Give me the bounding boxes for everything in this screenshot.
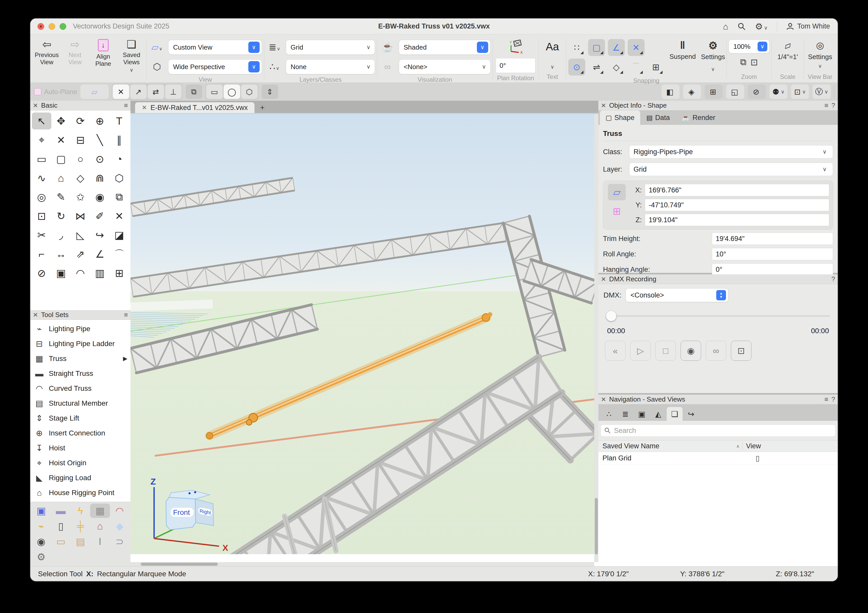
loop-button[interactable]: ∞ [706, 341, 726, 361]
hide-details-icon[interactable]: ⊘ [748, 85, 766, 99]
classes-icon[interactable]: ∴∨ [266, 61, 283, 72]
z-coordinate-input[interactable]: 19'9.104" [645, 214, 829, 226]
property-input[interactable]: 19'4.694" [712, 233, 833, 245]
tool-rigging-load[interactable]: ◣ Rigging Load [30, 470, 130, 485]
extract-tool-icon[interactable]: ⊟ [71, 132, 90, 149]
snap-smart-edge-icon[interactable]: ⇌ [588, 59, 605, 76]
tool-lighting-pipe[interactable]: ⌁ Lighting Pipe [30, 321, 130, 336]
working-plane-grid-icon[interactable]: ⊞ [705, 85, 723, 99]
tool-stage-lift[interactable]: ⇕ Stage Lift [30, 411, 130, 426]
next-view-button[interactable]: ⇨Next View [62, 39, 88, 65]
new-tab-button[interactable]: + [260, 103, 265, 113]
property-input[interactable]: 0° [712, 263, 833, 276]
cat-steel-beam-icon[interactable]: Ⅰ [90, 534, 110, 549]
rotate-tool-icon[interactable]: ↻ [51, 208, 71, 225]
column-header-view[interactable]: View [742, 442, 773, 450]
offset-tool-icon[interactable]: ↪ [90, 227, 110, 244]
y-coordinate-input[interactable]: -47'10.749" [645, 199, 829, 211]
annotation-icon[interactable]: ◱ [726, 85, 744, 99]
saved-views-search-input[interactable]: Search [600, 424, 835, 437]
nav-tab-classes[interactable]: ≣ [617, 407, 633, 421]
plane-mode-button[interactable]: ▱ [81, 85, 108, 99]
chamfer-tool-icon[interactable]: ◺ [71, 227, 90, 244]
tape-measure-tool-icon[interactable]: ▣ [51, 265, 71, 282]
column-header-name[interactable]: Saved View Name∧ [598, 442, 742, 450]
protractor-tool-icon[interactable]: ◠ [71, 265, 90, 282]
cat-house-icon[interactable]: ⌂ [90, 519, 110, 533]
snap-planar-icon[interactable]: ◇ [608, 59, 625, 76]
attribute-mapping-tool-icon[interactable]: ✩ [71, 189, 90, 206]
auto-plane-toggle[interactable]: Auto-Plane [34, 88, 77, 96]
show-panel-icon[interactable]: ◧ [662, 85, 679, 99]
help-icon[interactable]: ? [832, 275, 835, 283]
help-icon[interactable]: ? [832, 101, 835, 109]
rewind-button[interactable]: « [605, 341, 626, 361]
active-layer-select[interactable]: Grid∨ [286, 40, 375, 55]
data-tag-tool-icon[interactable]: ▥ [90, 265, 110, 282]
x-coordinate-input[interactable]: 169'6.766" [645, 184, 829, 196]
regular-polygon-tool-icon[interactable]: ⬡ [109, 169, 129, 186]
arc-tool-icon[interactable]: ◔ [109, 151, 129, 168]
dmx-console-select[interactable]: <Console>▲▼ [626, 288, 728, 302]
class-select[interactable]: Rigging-Pipes-Pipe∨ [629, 145, 833, 158]
arc-dim-tool-icon[interactable]: ⌒ [109, 245, 129, 262]
saved-view-row[interactable]: Plan Grid ▯ [598, 452, 838, 465]
snap-tangent-icon[interactable]: ⌒ [628, 59, 645, 76]
disable-constraints-mode-icon[interactable]: ✕ [113, 85, 129, 99]
help-icon[interactable]: ? [832, 396, 835, 403]
fillet-tool-icon[interactable]: ◞ [51, 227, 71, 244]
multiple-object-mode-icon[interactable]: ⇄ [148, 85, 164, 99]
freehand-tool-icon[interactable]: ∿ [32, 169, 51, 186]
nav-tab-saved-views[interactable]: ❏ [666, 407, 683, 421]
angular-dim-tool-icon[interactable]: ∠ [90, 245, 110, 262]
projection-select[interactable]: Wide Perspective∨ [168, 59, 262, 74]
cat-stage-deck-icon[interactable]: ▭ [51, 534, 70, 549]
zoom-level-select[interactable]: 100%∨ [728, 40, 770, 53]
cat-rack-icon[interactable]: ▯ [51, 519, 70, 533]
stop-button[interactable]: □ [656, 341, 676, 361]
split-tool-icon[interactable]: ✂ [32, 227, 51, 244]
play-button[interactable]: ▷ [630, 341, 651, 361]
close-icon[interactable]: ✕ [33, 102, 38, 109]
render-mode-select[interactable]: Shaded∨ [399, 40, 490, 55]
tool-straight-truss[interactable]: ▬ Straight Truss [30, 366, 130, 381]
spiral-tool-icon[interactable]: ◎ [32, 189, 51, 206]
cat-truss-icon[interactable]: ▦ [90, 504, 110, 518]
cat-bolt-icon[interactable]: ⊃ [110, 534, 129, 549]
cat-ruler-icon[interactable]: ▤ [71, 534, 90, 549]
snap-intersection-icon[interactable]: ✕ [628, 39, 645, 56]
cat-camera-icon[interactable]: ◉ [31, 534, 51, 549]
zoom-window-button[interactable] [60, 23, 66, 30]
layers-icon[interactable]: ≣∨ [266, 42, 283, 53]
app-settings-button[interactable]: ⚙ ∨ [755, 22, 768, 31]
close-window-button[interactable] [37, 23, 44, 30]
stake-tool-icon[interactable]: ✕ [51, 132, 71, 149]
cat-stage-curtain-icon[interactable]: ◠ [110, 504, 129, 518]
tool-house-rigging-point[interactable]: ⌂ House Rigging Point [30, 485, 130, 500]
fit-to-objects-icon[interactable]: ⧉ [740, 57, 746, 67]
snap-object-icon[interactable]: ▢ [588, 39, 605, 56]
nav-tab-design-layers[interactable]: ▣ [634, 407, 650, 421]
tool-truss[interactable]: ▦ Truss ▶ [30, 351, 130, 366]
rectangle-tool-icon[interactable]: ▭ [32, 151, 51, 168]
close-icon[interactable]: ✕ [33, 311, 38, 318]
snap-smart-point-icon[interactable]: ⊙ [568, 59, 585, 76]
user-account-button[interactable]: Tom White [786, 22, 830, 30]
hamburger-menu-icon[interactable]: ≡ [825, 396, 828, 403]
screen-plane-icon[interactable]: ▱ [608, 184, 626, 200]
document-tab[interactable]: ✕ E-BW-Raked T...v01 v2025.vwx [135, 102, 254, 113]
fit-to-page-icon[interactable]: ⊡ [751, 57, 758, 67]
close-icon[interactable]: ✕ [601, 102, 606, 109]
projection-icon[interactable]: ⬡ [149, 61, 165, 72]
trim-tool-icon[interactable]: ✕ [109, 208, 129, 225]
interactive-scaling-icon[interactable]: ⇕ [262, 85, 278, 99]
eraser-tool-icon[interactable]: ◪ [109, 227, 129, 244]
view-bar-settings-button[interactable]: Settings [808, 53, 832, 61]
polygon-marquee-icon[interactable]: ⬡ [241, 85, 257, 99]
nav-tab-objects[interactable]: ∴ [601, 407, 617, 421]
eyedropper-tool-icon[interactable]: ✎ [51, 189, 71, 206]
axis-constraint-mode-icon[interactable]: ⊥ [165, 85, 181, 99]
align-plane-button[interactable]: ↓Align Plane [90, 39, 116, 67]
nav-tab-references[interactable]: ↪ [683, 407, 699, 421]
tool-lighting-pipe-ladder[interactable]: ⊟ Lighting Pipe Ladder [30, 336, 130, 351]
